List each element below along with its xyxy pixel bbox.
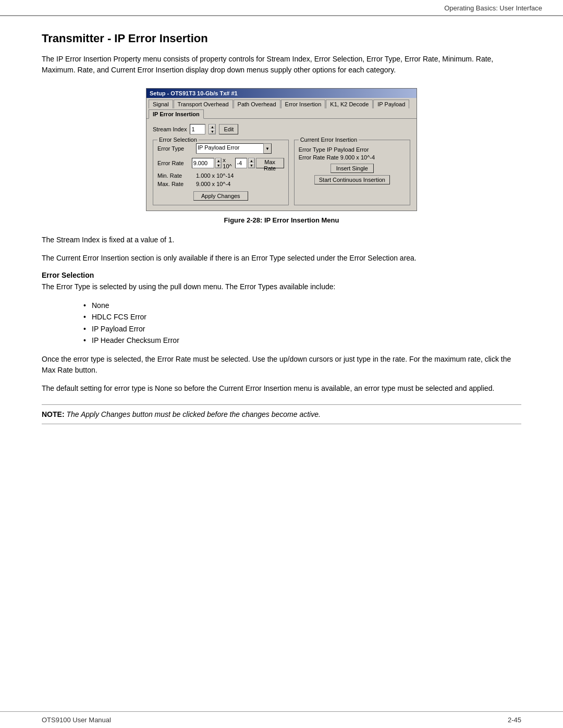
current-error-inner: Error Type IP Payload Error Error Rate R… [299, 143, 406, 184]
stream-index-input[interactable]: 1 [190, 124, 205, 134]
error-selection-title: Error Selection [157, 137, 199, 143]
current-error-type-row: Error Type IP Payload Error [299, 146, 406, 153]
tab-k1k2[interactable]: K1, K2 Decode [326, 100, 373, 108]
min-rate-row: Min. Rate 1.000 x 10^-14 [157, 172, 284, 179]
error-type-label: Error Type [157, 145, 194, 152]
header-title: Operating Basics: User Interface [444, 4, 542, 12]
min-rate-label: Min. Rate [157, 172, 194, 179]
exp-spinner-up[interactable]: ▲ [249, 158, 254, 163]
bullet-ip-payload: IP Payload Error [83, 323, 521, 335]
stream-index-value: 1 [191, 126, 194, 132]
current-error-title: Current Error Insertion [299, 137, 359, 143]
error-type-value: IP Payload Error [198, 144, 240, 151]
page-title: Transmitter - IP Error Insertion [42, 32, 521, 45]
body-para3: Once the error type is selected, the Err… [42, 354, 521, 376]
error-rate-label: Error Rate [157, 160, 190, 166]
apply-changes-row: Apply Changes [157, 191, 284, 201]
start-continuous-button[interactable]: Start Continuous Insertion [314, 175, 390, 184]
tab-error-insertion[interactable]: Error Insertion [281, 100, 326, 108]
min-rate-value: 1.000 x 10^-14 [196, 172, 234, 179]
current-error-type-label: Error Type [299, 146, 325, 153]
bullet-ip-header: IP Header Checksum Error [83, 335, 521, 346]
current-error-type-value: IP Payload Error [327, 146, 369, 153]
error-type-dropdown[interactable]: IP Payload Error [196, 143, 264, 154]
bullet-hdlc: HDLC FCS Error [83, 311, 521, 323]
error-rate-spinner: 9.000 ▲ ▼ x 10^ -4 [192, 157, 284, 169]
error-type-dropdown-arrow[interactable]: ▼ [263, 143, 272, 154]
figure-caption-text: Figure 2-28: IP Error Insertion Menu [224, 216, 339, 224]
stream-index-row: Stream Index 1 ▲ ▼ Edit [153, 124, 410, 134]
tab-ip-payload[interactable]: IP Payload [373, 100, 409, 108]
note-text: NOTE: The Apply Changes button must be c… [42, 410, 321, 418]
error-rate-value: 9.000 [193, 160, 208, 166]
spinner-down[interactable]: ▼ [209, 129, 215, 134]
rate-spinner-down[interactable]: ▼ [216, 163, 221, 168]
note-section: NOTE: The Apply Changes button must be c… [42, 404, 521, 424]
apply-changes-button[interactable]: Apply Changes [193, 191, 248, 201]
rate-spinner-up[interactable]: ▲ [216, 158, 221, 163]
max-rate-label: Max. Rate [157, 181, 194, 187]
stream-index-label: Stream Index [153, 126, 187, 132]
figure-caption: Figure 2-28: IP Error Insertion Menu [42, 216, 521, 224]
tab-signal[interactable]: Signal [149, 100, 173, 108]
footer-left: OTS9100 User Manual [42, 716, 111, 724]
max-rate-value: 9.000 x 10^-4 [196, 181, 230, 187]
edit-button[interactable]: Edit [219, 124, 238, 134]
page-footer: OTS9100 User Manual 2-45 [0, 711, 563, 728]
error-selection-heading: Error Selection [42, 271, 521, 279]
error-selection-groupbox: Error Selection Error Type IP Payload Er… [153, 140, 289, 205]
stream-index-spinner[interactable]: ▲ ▼ [209, 124, 216, 134]
current-error-rate-value: Rate 9.000 x 10^-4 [326, 154, 375, 161]
current-error-rate-row: Error Rate Rate 9.000 x 10^-4 [299, 154, 406, 161]
dialog-screenshot: Setup - OTS91T3 10-Gb/s Tx# #1 Signal Tr… [42, 88, 521, 211]
error-selection-body: The Error Type is selected by using the … [42, 281, 521, 292]
dialog-box: Setup - OTS91T3 10-Gb/s Tx# #1 Signal Tr… [146, 88, 417, 211]
bullet-none: None [83, 300, 521, 311]
dialog-content: Stream Index 1 ▲ ▼ Edit [146, 119, 417, 211]
dialog-titlebar: Setup - OTS91T3 10-Gb/s Tx# #1 [146, 89, 417, 98]
body-para4: The default setting for error type is No… [42, 383, 521, 394]
exp-spinner-down[interactable]: ▼ [249, 163, 254, 168]
current-error-insertion-panel: Current Error Insertion Error Type IP Pa… [294, 140, 410, 205]
dialog-tabs: Signal Transport Overhead Path Overhead … [146, 98, 417, 119]
tab-transport-overhead[interactable]: Transport Overhead [174, 100, 233, 108]
error-rate-x-label: x 10^ [223, 157, 234, 169]
current-error-groupbox: Current Error Insertion Error Type IP Pa… [294, 140, 410, 205]
error-selection-panel: Error Selection Error Type IP Payload Er… [153, 140, 289, 205]
current-error-rate-label: Error Rate [299, 154, 325, 161]
panels-row: Error Selection Error Type IP Payload Er… [153, 140, 410, 205]
footer-right: 2-45 [508, 716, 521, 724]
error-type-row: Error Type IP Payload Error ▼ [157, 143, 284, 154]
tab-path-overhead[interactable]: Path Overhead [234, 100, 280, 108]
tab-ip-error-insertion[interactable]: IP Error Insertion [149, 109, 204, 119]
intro-paragraph: The IP Error Insertion Property menu con… [42, 54, 521, 76]
body-para1: The Stream Index is fixed at a value of … [42, 235, 521, 245]
body-para2: The Current Error Insertion section is o… [42, 253, 521, 264]
rate-spinner-arrows[interactable]: ▲ ▼ [215, 158, 222, 168]
exp-spinner-arrows[interactable]: ▲ ▼ [248, 158, 254, 168]
insert-single-button[interactable]: Insert Single [331, 164, 374, 173]
error-rate-row: Error Rate 9.000 ▲ ▼ [157, 157, 284, 169]
error-rate-exp-value: -4 [237, 160, 242, 166]
max-rate-button[interactable]: Max Rate [256, 158, 284, 168]
spinner-up[interactable]: ▲ [209, 125, 215, 129]
max-rate-static-row: Max. Rate 9.000 x 10^-4 [157, 181, 284, 187]
bullet-list: None HDLC FCS Error IP Payload Error IP … [42, 300, 521, 347]
